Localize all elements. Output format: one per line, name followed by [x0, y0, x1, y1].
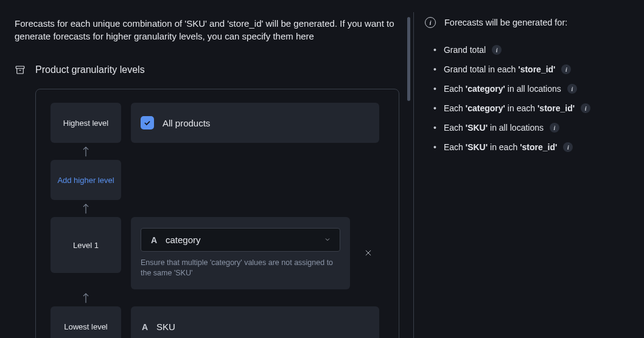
- arrow-up-icon: [82, 145, 90, 157]
- forecast-item: Grand total ineach'store_id'i: [433, 60, 629, 79]
- forecast-item: Each'category'in all locationsi: [433, 79, 629, 98]
- level-label-lowest: Lowest level: [51, 306, 121, 338]
- level-row-lowest: Lowest level A SKU: [51, 306, 379, 338]
- level-content-highest: All products: [131, 103, 379, 143]
- category-hint: Ensure that multiple 'category' values a…: [141, 258, 340, 278]
- divider: [413, 12, 414, 338]
- info-icon[interactable]: i: [492, 45, 502, 55]
- text-type-icon: A: [150, 236, 158, 244]
- close-icon: [364, 249, 373, 257]
- add-higher-level-button[interactable]: Add higher level: [51, 160, 121, 200]
- left-panel: Forecasts for each unique combination of…: [0, 0, 414, 338]
- level-row-level1: Level 1 A category Ensure that multiple …: [51, 217, 379, 289]
- remove-level-button[interactable]: [357, 249, 379, 257]
- sku-label: SKU: [156, 322, 175, 332]
- scrollbar-thumb[interactable]: [407, 17, 410, 101]
- right-title: Forecasts will be generated for:: [444, 18, 567, 27]
- info-icon[interactable]: i: [550, 123, 559, 133]
- info-icon: i: [425, 17, 436, 28]
- category-select-value: category: [166, 235, 317, 245]
- forecast-item: Each'SKU'in all locationsi: [433, 118, 629, 137]
- category-select[interactable]: A category: [141, 228, 340, 252]
- info-icon[interactable]: i: [561, 64, 571, 74]
- chevron-down-icon: [324, 235, 331, 245]
- description-text: Forecasts for each unique combination of…: [15, 17, 399, 43]
- levels-container: Highest level All products Add higher le…: [35, 89, 399, 338]
- level-row-add-higher: Add higher level: [51, 160, 379, 200]
- all-products-checkbox[interactable]: [141, 116, 154, 129]
- level-content-1: A category Ensure that multiple 'categor…: [131, 217, 350, 289]
- forecast-item: Each'category'in each'store_id'i: [433, 98, 629, 118]
- arrow-level1-to-lowest: [51, 289, 121, 306]
- arrow-highest-to-add: [51, 143, 121, 160]
- arrow-add-to-level1: [51, 200, 121, 217]
- level-label-1: Level 1: [51, 217, 121, 273]
- svg-rect-0: [16, 66, 24, 69]
- info-icon[interactable]: i: [567, 84, 577, 94]
- archive-icon: [15, 64, 26, 75]
- section-title: Product granularity levels: [35, 64, 145, 75]
- arrow-up-icon: [82, 292, 90, 304]
- forecast-item: Each'SKU'in each'store_id'i: [433, 137, 629, 157]
- right-header: i Forecasts will be generated for:: [425, 17, 629, 28]
- info-icon[interactable]: i: [563, 142, 573, 152]
- forecast-item: Grand totali: [433, 40, 629, 60]
- info-icon[interactable]: i: [581, 103, 590, 113]
- section-header: Product granularity levels: [15, 64, 399, 75]
- forecast-list: Grand totaliGrand total ineach'store_id'…: [425, 40, 629, 157]
- all-products-label: All products: [163, 118, 210, 128]
- checkmark-icon: [143, 119, 152, 127]
- arrow-up-icon: [82, 202, 90, 215]
- level-row-highest: Highest level All products: [51, 103, 379, 143]
- text-type-icon: A: [141, 323, 149, 331]
- level-content-lowest: A SKU: [131, 306, 379, 338]
- right-panel: i Forecasts will be generated for: Grand…: [414, 0, 644, 338]
- level-label-highest: Highest level: [51, 103, 121, 143]
